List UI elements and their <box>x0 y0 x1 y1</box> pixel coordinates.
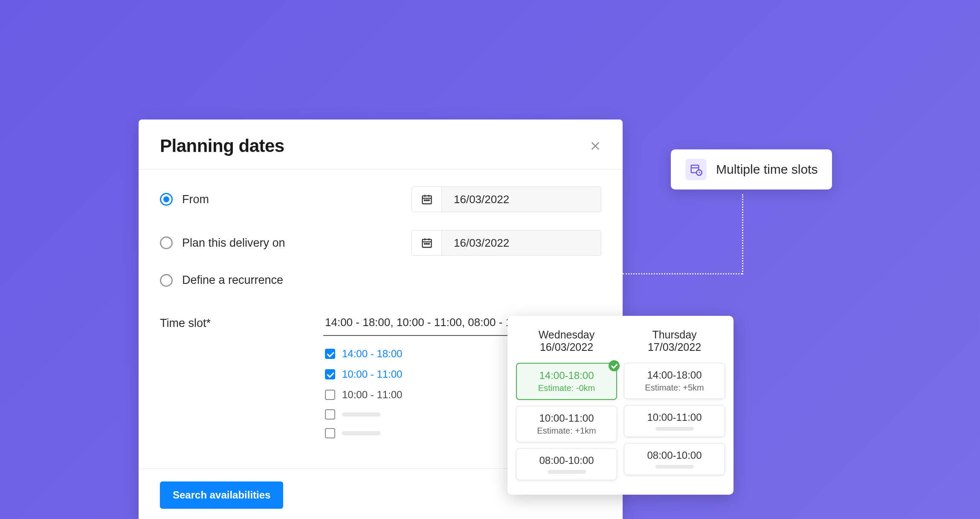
placeholder-bar <box>655 465 694 469</box>
svg-point-8 <box>428 200 429 201</box>
option-from-row: From 16/03/2022 <box>160 187 601 212</box>
availability-day: Wednesday <box>539 329 595 341</box>
calendar-icon <box>421 193 433 205</box>
radio-from-label: From <box>182 193 209 206</box>
slot-card[interactable]: 08:00-10:00 <box>624 443 725 475</box>
timeslot-option-label: 10:00 - 11:00 <box>342 368 402 380</box>
svg-point-6 <box>424 200 425 201</box>
callout-label: Multiple time slots <box>716 162 818 177</box>
radio-recurrence-label: Define a recurrence <box>182 274 283 287</box>
slot-card[interactable]: 14:00-18:00 Estimate: -0km <box>516 363 617 400</box>
close-icon <box>589 140 601 152</box>
slot-estimate: Estimate: +5km <box>628 383 721 393</box>
svg-point-7 <box>426 200 427 201</box>
radio-from[interactable]: From <box>160 193 209 206</box>
checkbox-icon <box>325 369 335 379</box>
modal-header: Planning dates <box>139 120 623 169</box>
radio-plan-on-indicator <box>160 236 173 249</box>
modal-title: Planning dates <box>160 136 284 156</box>
slot-card[interactable]: 14:00-18:00 Estimate: +5km <box>624 363 725 399</box>
svg-point-14 <box>426 243 427 244</box>
checkbox-icon <box>325 409 335 420</box>
slot-time: 10:00-11:00 <box>628 411 721 423</box>
availability-column: Wednesday 16/03/2022 14:00-18:00 Estimat… <box>516 329 617 486</box>
date-plan-on-value: 16/03/2022 <box>442 230 601 255</box>
option-plan-on-row: Plan this delivery on 16/03/2022 <box>160 230 601 256</box>
callout-multiple-time-slots: Multiple time slots <box>671 149 832 190</box>
connector-line-h <box>623 273 742 274</box>
search-availabilities-button[interactable]: Search availabilities <box>160 481 283 509</box>
timeslot-label: Time slot* <box>160 312 323 330</box>
slot-time: 08:00-10:00 <box>520 455 613 467</box>
slot-time: 14:00-18:00 <box>628 369 721 381</box>
placeholder-bar <box>342 412 380 417</box>
checkbox-icon <box>325 390 335 400</box>
slot-time: 08:00-10:00 <box>628 449 721 461</box>
svg-point-13 <box>424 243 425 244</box>
placeholder-bar <box>342 431 380 435</box>
radio-plan-on[interactable]: Plan this delivery on <box>160 236 285 250</box>
check-badge-icon <box>609 360 620 371</box>
slot-estimate: Estimate: -0km <box>520 383 613 393</box>
svg-point-15 <box>428 243 429 244</box>
option-recurrence-row: Define a recurrence <box>160 274 601 287</box>
callout-icon-box <box>685 159 707 180</box>
calendar-icon-box <box>412 187 442 212</box>
date-from-value: 16/03/2022 <box>442 187 601 212</box>
calendar-icon <box>421 237 433 249</box>
radio-plan-on-label: Plan this delivery on <box>182 236 285 250</box>
date-input-plan-on[interactable]: 16/03/2022 <box>412 230 601 256</box>
slot-card[interactable]: 10:00-11:00 Estimate: +1km <box>516 406 617 442</box>
availability-column: Thursday 17/03/2022 14:00-18:00 Estimate… <box>624 329 725 486</box>
calendar-clock-icon <box>690 163 702 176</box>
radio-recurrence-indicator <box>160 274 173 287</box>
availability-panel: Wednesday 16/03/2022 14:00-18:00 Estimat… <box>507 316 734 495</box>
calendar-icon-box <box>412 230 442 255</box>
slot-time: 10:00-11:00 <box>520 412 613 424</box>
radio-recurrence[interactable]: Define a recurrence <box>160 274 283 287</box>
timeslot-option-label: 14:00 - 18:00 <box>342 348 402 360</box>
slot-card[interactable]: 10:00-11:00 <box>624 405 725 437</box>
availability-date: 16/03/2022 <box>540 341 593 353</box>
timeslot-option-label: 10:00 - 11:00 <box>342 389 402 401</box>
svg-line-21 <box>699 173 701 173</box>
connector-line-v <box>742 194 743 274</box>
radio-from-indicator <box>160 193 173 206</box>
slot-estimate: Estimate: +1km <box>520 426 613 436</box>
checkbox-icon <box>325 349 335 359</box>
date-input-from[interactable]: 16/03/2022 <box>412 187 601 212</box>
availability-date: 17/03/2022 <box>648 341 701 353</box>
placeholder-bar <box>655 427 694 431</box>
close-button[interactable] <box>589 140 601 152</box>
slot-card[interactable]: 08:00-10:00 <box>516 448 617 480</box>
placeholder-bar <box>548 470 586 474</box>
availability-day: Thursday <box>652 329 696 341</box>
checkbox-icon <box>325 428 335 438</box>
slot-time: 14:00-18:00 <box>520 370 613 382</box>
